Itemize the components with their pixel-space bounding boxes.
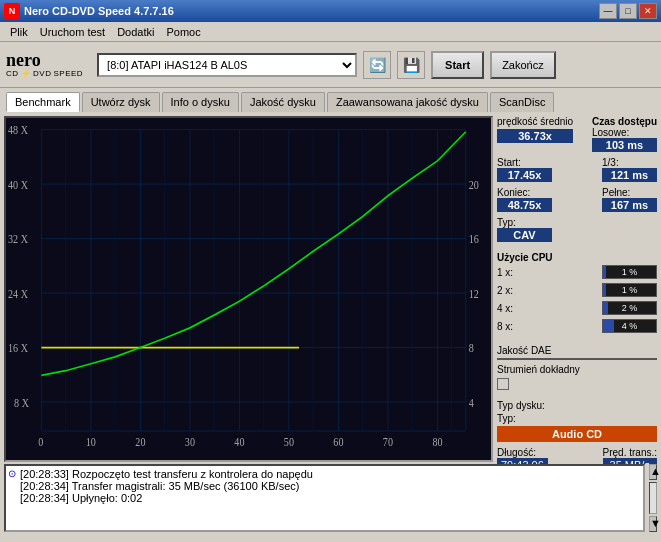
svg-text:70: 70 [383, 435, 394, 448]
svg-rect-0 [6, 118, 491, 460]
close-button[interactable]: ✕ [639, 3, 657, 19]
save-button[interactable]: 💾 [397, 51, 425, 79]
cpu-8x-row: 8 x: 4 % [497, 319, 657, 333]
chart-container: 48 X 40 X 32 X 24 X 16 X 8 X 0 10 20 30 … [4, 116, 493, 462]
cpu-8x-bar: 4 % [602, 319, 657, 333]
svg-text:8: 8 [469, 342, 475, 355]
end-section: Koniec: 48.75x [497, 187, 552, 212]
log-icon-0: ⊙ [8, 468, 16, 479]
tab-jakosc[interactable]: Jakość dysku [241, 92, 325, 112]
cpu-2x-value: 1 % [603, 284, 656, 296]
log-text-1: [20:28:34] Transfer magistrali: 35 MB/se… [20, 480, 299, 492]
maximize-button[interactable]: □ [619, 3, 637, 19]
stream-label: Strumień dokładny [497, 364, 657, 375]
tabs-bar: Benchmark Utwórz dysk Info o dysku Jakoś… [0, 88, 661, 112]
cpu-2x-bar: 1 % [602, 283, 657, 297]
svg-text:40: 40 [234, 435, 245, 448]
drive-select[interactable]: [8:0] ATAPI iHAS124 B AL0S [97, 53, 357, 77]
type-label: Typ: [497, 217, 552, 228]
svg-text:4: 4 [469, 396, 475, 409]
tab-zaawansowana[interactable]: Zaawansowana jakość dysku [327, 92, 488, 112]
svg-text:16: 16 [469, 233, 480, 246]
zakoncz-button[interactable]: Zakończ [490, 51, 556, 79]
nero-logo-text: nero [6, 51, 41, 69]
cpu-2x-row: 2 x: 1 % [497, 283, 657, 297]
cpu-2x-label: 2 x: [497, 285, 513, 296]
log-container[interactable]: ⊙ [20:28:33] Rozpoczęto test transferu z… [4, 464, 645, 532]
minimize-button[interactable]: — [599, 3, 617, 19]
scroll-up[interactable]: ▲ [649, 464, 657, 480]
menu-uruchom[interactable]: Uruchom test [34, 24, 111, 40]
svg-text:50: 50 [284, 435, 295, 448]
cpu-title: Użycie CPU [497, 252, 657, 263]
cpu-1x-label: 1 x: [497, 267, 513, 278]
log-text-0: [20:28:33] Rozpoczęto test transferu z k… [20, 468, 313, 480]
svg-text:0: 0 [38, 435, 44, 448]
disk-type-value: Audio CD [497, 426, 657, 442]
log-text-2: [20:28:34] Upłynęło: 0:02 [20, 492, 142, 504]
svg-text:60: 60 [333, 435, 344, 448]
cd-text: CD [6, 69, 19, 78]
end-value: 48.75x [497, 198, 552, 212]
start-button[interactable]: Start [431, 51, 484, 79]
cpu-8x-value: 4 % [603, 320, 656, 332]
tab-info[interactable]: Info o dysku [162, 92, 239, 112]
dae-bar [497, 358, 657, 360]
type-section: Typ: CAV [497, 217, 552, 242]
svg-text:8 X: 8 X [14, 396, 29, 409]
start-label: Start: [497, 157, 552, 168]
access-time-title: Czas dostępu [592, 116, 657, 127]
benchmark-chart: 48 X 40 X 32 X 24 X 16 X 8 X 0 10 20 30 … [6, 118, 491, 460]
log-scrollbar[interactable]: ▲ ▼ [649, 464, 657, 532]
menu-dodatki[interactable]: Dodatki [111, 24, 160, 40]
toolbar: nero CD⚡DVDSPEED [8:0] ATAPI iHAS124 B A… [0, 42, 661, 88]
trans-label: Pręd. trans.: [603, 447, 657, 458]
cpu-1x-value: 1 % [603, 266, 656, 278]
svg-text:80: 80 [432, 435, 443, 448]
cpu-1x-row: 1 x: 1 % [497, 265, 657, 279]
start-section: Start: 17.45x [497, 157, 552, 182]
cpu-4x-row: 4 x: 2 % [497, 301, 657, 315]
one-third-section: 1/3: 121 ms [602, 157, 657, 182]
speed-avg-value: 36.73x [497, 129, 573, 143]
tab-benchmark[interactable]: Benchmark [6, 92, 80, 112]
one-third-label: 1/3: [602, 157, 657, 168]
svg-text:24 X: 24 X [8, 287, 28, 300]
log-section: ⊙ [20:28:33] Rozpoczęto test transferu z… [0, 464, 661, 536]
menu-plik[interactable]: Plik [4, 24, 34, 40]
cpu-4x-bar: 2 % [602, 301, 657, 315]
scroll-track [649, 482, 657, 514]
cpu-4x-value: 2 % [603, 302, 656, 314]
log-line-1: ⊙ [20:28:34] Transfer magistrali: 35 MB/… [8, 480, 641, 492]
tab-utworz[interactable]: Utwórz dysk [82, 92, 160, 112]
svg-text:40 X: 40 X [8, 178, 28, 191]
tab-scandisc[interactable]: ScanDisc [490, 92, 554, 112]
type-value: CAV [497, 228, 552, 242]
stream-checkbox[interactable] [497, 378, 509, 390]
svg-text:20: 20 [469, 178, 480, 191]
right-panel: prędkość średnio 36.73x Czas dostępu Los… [497, 116, 657, 462]
trans-section: Pręd. trans.: 35 MB/s [603, 447, 657, 464]
svg-text:16 X: 16 X [8, 342, 28, 355]
svg-text:10: 10 [86, 435, 97, 448]
dvd-text: DVD [33, 69, 51, 78]
refresh-button[interactable]: 🔄 [363, 51, 391, 79]
length-transfer-row: Długość: 79:43.06 Pręd. trans.: 35 MB/s [497, 447, 657, 464]
svg-text:12: 12 [469, 287, 479, 300]
start-value: 17.45x [497, 168, 552, 182]
log-line-0: ⊙ [20:28:33] Rozpoczęto test transferu z… [8, 468, 641, 480]
stream-row [497, 378, 657, 390]
cpu-8x-label: 8 x: [497, 321, 513, 332]
full-section: Pełne: 167 ms [602, 187, 657, 212]
cpu-1x-bar: 1 % [602, 265, 657, 279]
menu-pomoc[interactable]: Pomoc [160, 24, 206, 40]
speed-section: prędkość średnio 36.73x [497, 116, 573, 143]
title-bar-left: N Nero CD-DVD Speed 4.7.7.16 [4, 3, 174, 19]
speed-text: SPEED [53, 69, 83, 78]
access-random-value: 103 ms [592, 138, 657, 152]
title-bar: N Nero CD-DVD Speed 4.7.7.16 — □ ✕ [0, 0, 661, 22]
scroll-down[interactable]: ▼ [649, 516, 657, 532]
disk-type-typ-label: Typ: [497, 413, 657, 424]
nero-logo-sub: CD⚡DVDSPEED [6, 69, 83, 78]
dae-title: Jakość DAE [497, 345, 657, 356]
